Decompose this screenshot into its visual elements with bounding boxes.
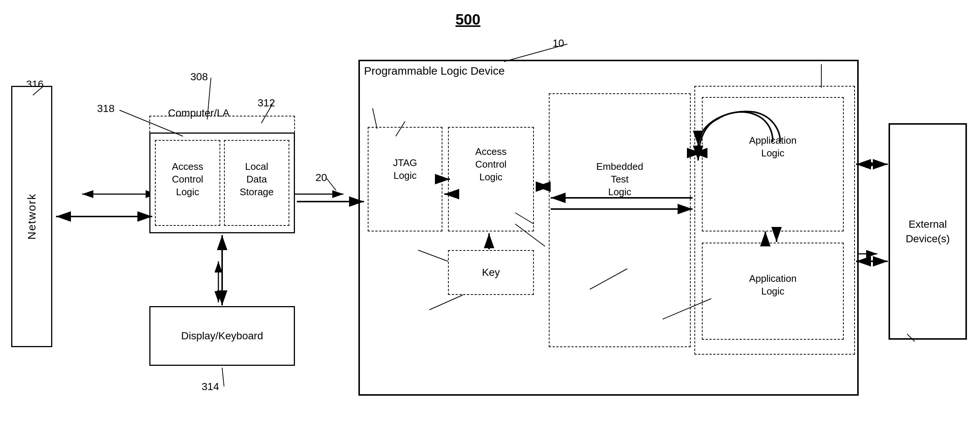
network-label: Network — [25, 193, 38, 240]
key-label: Key — [482, 267, 500, 278]
ref-312: 312 — [258, 97, 275, 109]
ref-308: 308 — [190, 71, 208, 83]
external-devices-label: ExternalDevice(s) — [906, 217, 950, 246]
display-keyboard-label: Display/Keyboard — [181, 330, 263, 342]
ref-20: 20 — [315, 172, 327, 184]
diagram-container: 500 10 11 316 308 318 312 13 504 20 310 … — [0, 0, 980, 436]
jtag-logic-label: JTAGLogic — [369, 157, 441, 182]
external-devices-box: ExternalDevice(s) — [889, 123, 967, 340]
app-logic-outer-box — [694, 86, 855, 355]
embedded-test-logic-box — [549, 93, 690, 347]
svg-line-48 — [222, 368, 224, 387]
display-keyboard-box: Display/Keyboard — [150, 306, 295, 366]
acl-pld-label: AccessControlLogic — [450, 146, 532, 183]
ref-10: 10 — [552, 37, 564, 49]
computer-la-label: Computer/LA — [168, 107, 230, 120]
embedded-test-logic-label: EmbeddedTestLogic — [552, 161, 687, 198]
pld-label: Programmable Logic Device — [364, 64, 505, 78]
ref-314: 314 — [202, 381, 219, 393]
figure-number: 500 — [455, 11, 480, 28]
local-data-storage-label: LocalDataStorage — [226, 161, 288, 198]
network-box: Network — [11, 86, 52, 347]
access-control-logic-label: AccessControlLogic — [157, 161, 218, 198]
svg-line-46 — [327, 178, 336, 190]
ref-318: 318 — [97, 103, 115, 115]
key-box: Key — [448, 250, 534, 295]
